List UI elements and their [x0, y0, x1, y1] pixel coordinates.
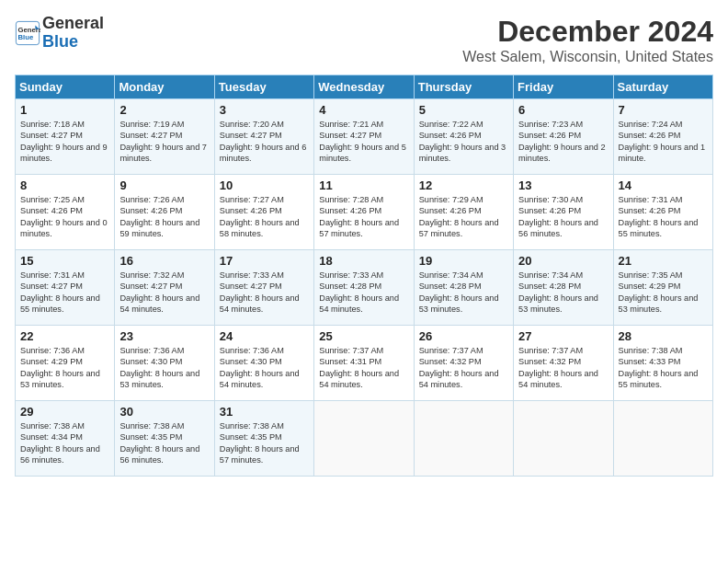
calendar-cell: 26 Sunrise: 7:37 AMSunset: 4:32 PMDaylig…: [414, 326, 513, 401]
calendar-cell: [414, 401, 513, 477]
day-detail: Sunrise: 7:27 AMSunset: 4:26 PMDaylight:…: [220, 194, 310, 240]
day-number: 11: [319, 178, 409, 192]
calendar-cell: [514, 401, 613, 477]
calendar-page: General Blue General Blue December 2024 …: [0, 0, 728, 563]
day-number: 4: [319, 103, 409, 117]
week-row-5: 29 Sunrise: 7:38 AMSunset: 4:34 PMDaylig…: [16, 401, 713, 477]
calendar-cell: 29 Sunrise: 7:38 AMSunset: 4:34 PMDaylig…: [16, 401, 115, 477]
day-number: 22: [20, 329, 110, 343]
calendar-cell: 19 Sunrise: 7:34 AMSunset: 4:28 PMDaylig…: [414, 250, 513, 326]
calendar-cell: 2 Sunrise: 7:19 AMSunset: 4:27 PMDayligh…: [115, 99, 214, 175]
calendar-cell: 6 Sunrise: 7:23 AMSunset: 4:26 PMDayligh…: [514, 99, 613, 175]
calendar-cell: 27 Sunrise: 7:37 AMSunset: 4:32 PMDaylig…: [514, 326, 613, 401]
svg-text:Blue: Blue: [18, 33, 34, 41]
location: West Salem, Wisconsin, United States: [462, 49, 713, 65]
day-number: 24: [220, 329, 310, 343]
day-detail: Sunrise: 7:38 AMSunset: 4:35 PMDaylight:…: [119, 420, 210, 466]
calendar-cell: 18 Sunrise: 7:33 AMSunset: 4:28 PMDaylig…: [314, 250, 414, 326]
day-number: 7: [619, 103, 709, 117]
calendar-cell: 28 Sunrise: 7:38 AMSunset: 4:33 PMDaylig…: [613, 326, 712, 401]
calendar-cell: 25 Sunrise: 7:37 AMSunset: 4:31 PMDaylig…: [314, 326, 414, 401]
day-number: 21: [619, 254, 709, 268]
calendar-cell: 9 Sunrise: 7:26 AMSunset: 4:26 PMDayligh…: [115, 175, 214, 250]
day-detail: Sunrise: 7:36 AMSunset: 4:30 PMDaylight:…: [220, 345, 310, 391]
day-detail: Sunrise: 7:19 AMSunset: 4:27 PMDaylight:…: [119, 119, 210, 165]
day-number: 14: [619, 178, 709, 192]
day-detail: Sunrise: 7:24 AMSunset: 4:26 PMDaylight:…: [619, 119, 709, 165]
day-detail: Sunrise: 7:36 AMSunset: 4:29 PMDaylight:…: [20, 345, 110, 391]
week-row-2: 8 Sunrise: 7:25 AMSunset: 4:26 PMDayligh…: [16, 175, 713, 250]
calendar-cell: 10 Sunrise: 7:27 AMSunset: 4:26 PMDaylig…: [214, 175, 313, 250]
calendar-cell: 20 Sunrise: 7:34 AMSunset: 4:28 PMDaylig…: [514, 250, 613, 326]
day-detail: Sunrise: 7:25 AMSunset: 4:26 PMDaylight:…: [20, 194, 110, 240]
calendar-body: 1 Sunrise: 7:18 AMSunset: 4:27 PMDayligh…: [16, 99, 713, 477]
calendar-cell: [613, 401, 712, 477]
calendar-cell: 11 Sunrise: 7:28 AMSunset: 4:26 PMDaylig…: [314, 175, 414, 250]
day-detail: Sunrise: 7:18 AMSunset: 4:27 PMDaylight:…: [20, 119, 110, 165]
day-detail: Sunrise: 7:38 AMSunset: 4:35 PMDaylight:…: [220, 420, 310, 466]
day-detail: Sunrise: 7:22 AMSunset: 4:26 PMDaylight:…: [419, 119, 509, 165]
day-detail: Sunrise: 7:20 AMSunset: 4:27 PMDaylight:…: [220, 119, 310, 165]
day-detail: Sunrise: 7:31 AMSunset: 4:26 PMDaylight:…: [619, 194, 709, 240]
day-number: 19: [419, 254, 509, 268]
calendar-cell: 15 Sunrise: 7:31 AMSunset: 4:27 PMDaylig…: [16, 250, 115, 326]
day-detail: Sunrise: 7:33 AMSunset: 4:27 PMDaylight:…: [220, 270, 310, 316]
day-number: 3: [220, 103, 310, 117]
day-number: 25: [319, 329, 409, 343]
calendar-cell: 21 Sunrise: 7:35 AMSunset: 4:29 PMDaylig…: [613, 250, 712, 326]
day-number: 8: [20, 178, 110, 192]
day-detail: Sunrise: 7:31 AMSunset: 4:27 PMDaylight:…: [20, 270, 110, 316]
day-number: 26: [419, 329, 509, 343]
week-row-4: 22 Sunrise: 7:36 AMSunset: 4:29 PMDaylig…: [16, 326, 713, 401]
day-detail: Sunrise: 7:29 AMSunset: 4:26 PMDaylight:…: [419, 194, 509, 240]
day-detail: Sunrise: 7:38 AMSunset: 4:33 PMDaylight:…: [619, 345, 709, 391]
day-number: 17: [220, 254, 310, 268]
day-header-thursday: Thursday: [414, 75, 513, 99]
week-row-1: 1 Sunrise: 7:18 AMSunset: 4:27 PMDayligh…: [16, 99, 713, 175]
calendar-cell: 30 Sunrise: 7:38 AMSunset: 4:35 PMDaylig…: [115, 401, 214, 477]
day-header-friday: Friday: [514, 75, 613, 99]
day-number: 31: [220, 405, 310, 419]
calendar-cell: 14 Sunrise: 7:31 AMSunset: 4:26 PMDaylig…: [613, 175, 712, 250]
day-number: 2: [119, 103, 210, 117]
day-number: 5: [419, 103, 509, 117]
day-number: 10: [220, 178, 310, 192]
header: General Blue General Blue December 2024 …: [15, 15, 713, 65]
day-detail: Sunrise: 7:34 AMSunset: 4:28 PMDaylight:…: [518, 270, 609, 316]
calendar-cell: 31 Sunrise: 7:38 AMSunset: 4:35 PMDaylig…: [214, 401, 313, 477]
logo: General Blue General Blue: [15, 15, 104, 52]
calendar-cell: 24 Sunrise: 7:36 AMSunset: 4:30 PMDaylig…: [214, 326, 313, 401]
day-number: 27: [518, 329, 609, 343]
day-number: 13: [518, 178, 609, 192]
logo-text: General Blue: [42, 15, 104, 52]
day-header-wednesday: Wednesday: [314, 75, 414, 99]
calendar-cell: 13 Sunrise: 7:30 AMSunset: 4:26 PMDaylig…: [514, 175, 613, 250]
calendar-cell: 17 Sunrise: 7:33 AMSunset: 4:27 PMDaylig…: [214, 250, 313, 326]
calendar-cell: 8 Sunrise: 7:25 AMSunset: 4:26 PMDayligh…: [16, 175, 115, 250]
calendar-cell: 3 Sunrise: 7:20 AMSunset: 4:27 PMDayligh…: [214, 99, 313, 175]
calendar-cell: 7 Sunrise: 7:24 AMSunset: 4:26 PMDayligh…: [613, 99, 712, 175]
day-detail: Sunrise: 7:30 AMSunset: 4:26 PMDaylight:…: [518, 194, 609, 240]
calendar-cell: 5 Sunrise: 7:22 AMSunset: 4:26 PMDayligh…: [414, 99, 513, 175]
title-block: December 2024 West Salem, Wisconsin, Uni…: [462, 15, 713, 65]
day-detail: Sunrise: 7:32 AMSunset: 4:27 PMDaylight:…: [119, 270, 210, 316]
day-detail: Sunrise: 7:37 AMSunset: 4:31 PMDaylight:…: [319, 345, 409, 391]
day-number: 18: [319, 254, 409, 268]
day-detail: Sunrise: 7:33 AMSunset: 4:28 PMDaylight:…: [319, 270, 409, 316]
day-header-sunday: Sunday: [16, 75, 115, 99]
calendar-header-row: SundayMondayTuesdayWednesdayThursdayFrid…: [16, 75, 713, 99]
calendar-cell: 22 Sunrise: 7:36 AMSunset: 4:29 PMDaylig…: [16, 326, 115, 401]
day-detail: Sunrise: 7:36 AMSunset: 4:30 PMDaylight:…: [119, 345, 210, 391]
day-header-monday: Monday: [115, 75, 214, 99]
day-number: 20: [518, 254, 609, 268]
day-number: 16: [119, 254, 210, 268]
day-detail: Sunrise: 7:28 AMSunset: 4:26 PMDaylight:…: [319, 194, 409, 240]
month-title: December 2024: [462, 15, 713, 49]
logo-icon: General Blue: [15, 20, 40, 46]
day-detail: Sunrise: 7:21 AMSunset: 4:27 PMDaylight:…: [319, 119, 409, 165]
day-number: 6: [518, 103, 609, 117]
day-number: 9: [119, 178, 210, 192]
day-number: 1: [20, 103, 110, 117]
week-row-3: 15 Sunrise: 7:31 AMSunset: 4:27 PMDaylig…: [16, 250, 713, 326]
day-number: 12: [419, 178, 509, 192]
